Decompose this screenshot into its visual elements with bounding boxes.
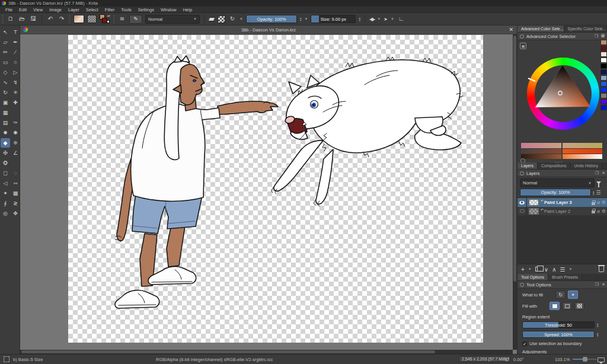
tool-crop[interactable]: ▦ xyxy=(1,108,10,117)
tool-polygon-select[interactable]: ◁ xyxy=(1,178,10,188)
zoom-percent[interactable]: 103.1% xyxy=(555,357,570,362)
move-layer-down-icon[interactable]: ∨ xyxy=(544,266,548,273)
chevron-down-icon[interactable]: ▼ xyxy=(528,267,532,271)
tool-polygon[interactable]: ◇ xyxy=(1,68,10,77)
float-docker-icon[interactable]: ❐ xyxy=(595,34,598,39)
blending-mode-dropdown[interactable]: Normal ▼ xyxy=(145,15,200,24)
layer-thumbnail[interactable] xyxy=(529,199,539,206)
canvas-vertical-scrollbar[interactable] xyxy=(513,34,517,350)
tool-similar-select[interactable]: ✦ xyxy=(1,189,10,198)
layer-name[interactable]: Paint Layer 3 xyxy=(544,200,592,205)
tool-freehand-brush[interactable]: ✏ xyxy=(1,47,10,57)
tool-reference-images[interactable]: ✪ xyxy=(1,158,10,168)
tool-gradient[interactable]: ▤ xyxy=(1,118,10,127)
layer-style-gear-icon[interactable]: ⚙ xyxy=(602,200,606,205)
color-swatch[interactable] xyxy=(600,105,607,110)
open-document-icon[interactable]: 🗁 xyxy=(18,15,26,23)
layer-visibility-toggle[interactable] xyxy=(517,207,527,216)
save-icon[interactable]: 🖫 xyxy=(29,15,37,23)
tool-bezier-select[interactable]: ∮ xyxy=(1,199,10,208)
reset-colors-swatch[interactable] xyxy=(107,20,110,23)
menu-window[interactable]: Window xyxy=(161,7,177,12)
layer-opacity-spinner[interactable]: ▴▾ xyxy=(593,190,595,195)
redo-icon[interactable]: ↷ xyxy=(57,15,66,23)
color-swatch[interactable] xyxy=(600,40,607,45)
float-docker-icon[interactable]: ❐ xyxy=(595,282,599,287)
tool-contiguous-select[interactable]: ▩ xyxy=(11,189,20,198)
layer-name[interactable]: Paint Layer 2 xyxy=(544,209,592,214)
close-icon[interactable]: ✕ xyxy=(602,171,605,175)
menu-filter[interactable]: Filter xyxy=(105,7,115,12)
color-swatch[interactable] xyxy=(600,69,607,75)
mirror-horizontal-icon[interactable]: ◀▶ xyxy=(369,17,374,22)
layer-visibility-toggle[interactable] xyxy=(517,198,527,207)
lock-icon[interactable] xyxy=(592,210,595,213)
layer-row[interactable]: ↶Paint Layer 3α⚙ xyxy=(517,198,607,207)
choose-brush-preset-icon[interactable]: ≋ xyxy=(118,15,126,23)
fit-to-screen-icon[interactable] xyxy=(598,357,605,362)
float-docker-icon[interactable]: ❐ xyxy=(595,171,599,175)
hsv-triangle[interactable] xyxy=(527,58,599,130)
toolbar-grip[interactable] xyxy=(69,15,71,23)
color-swatch[interactable] xyxy=(600,87,607,92)
shade-gradient[interactable] xyxy=(521,154,561,159)
alpha-lock-icon[interactable]: α xyxy=(597,209,600,214)
tab-advanced-color-sele[interactable]: Advanced Color Sele... xyxy=(517,25,564,32)
preserve-alpha-icon[interactable] xyxy=(218,15,225,23)
toolbar-grip[interactable] xyxy=(2,15,4,23)
canvas-horizontal-scrollbar[interactable] xyxy=(20,350,513,354)
mirror-vertical-icon[interactable]: ➤ xyxy=(384,17,388,22)
size-spinner[interactable]: ▴▾ xyxy=(359,17,360,21)
chevron-down-icon[interactable]: ▼ xyxy=(239,17,243,21)
fill-background-button[interactable] xyxy=(562,302,572,310)
color-swatch[interactable] xyxy=(600,63,607,69)
spread-slider[interactable]: Spread: 100% xyxy=(522,331,595,338)
tool-dynamic-brush[interactable]: ↻ xyxy=(1,88,10,97)
tool-move[interactable]: ✚ xyxy=(11,98,20,107)
menu-file[interactable]: File xyxy=(5,7,12,12)
tool-assistants[interactable]: ✠ xyxy=(1,148,10,158)
tool-ellipse[interactable]: ○ xyxy=(11,58,20,67)
window-titlebar[interactable]: 38b - Daecon Vs Darion.krz (57.7 MiB) - … xyxy=(0,0,607,7)
tool-line[interactable]: ∕ xyxy=(11,47,20,57)
swap-colors-icon[interactable]: ⇄ xyxy=(107,14,110,18)
menu-tools[interactable]: Tools xyxy=(121,7,132,12)
crop-canvas-icon[interactable]: ∟ xyxy=(397,15,405,23)
tool-text[interactable]: T xyxy=(11,27,20,37)
shade-gradient[interactable] xyxy=(521,149,561,154)
shade-gradient[interactable] xyxy=(521,143,561,148)
boundary-checkbox[interactable]: ✓ xyxy=(522,341,527,346)
hue-ring[interactable] xyxy=(527,58,599,130)
tool-rectangle[interactable]: ▭ xyxy=(1,58,10,67)
menu-view[interactable]: View xyxy=(33,7,43,12)
opacity-spinner[interactable]: ▴▾ xyxy=(300,17,302,21)
tool-transform[interactable]: ▣ xyxy=(1,98,10,107)
layer-row[interactable]: ↶Paint Layer 2α⚙ xyxy=(517,207,607,216)
tab-undo-history[interactable]: Undo History xyxy=(570,162,602,169)
menu-help[interactable]: Help xyxy=(183,7,192,12)
brush-preset-status[interactable]: b) Basic-5 Size xyxy=(13,357,43,362)
close-icon[interactable]: ✕ xyxy=(602,282,605,287)
tool-calligraphy[interactable]: ✒ xyxy=(11,37,20,47)
fill-contiguous-button[interactable]: ↻ xyxy=(555,290,566,299)
toolbar-grip[interactable] xyxy=(113,15,115,23)
tool-ellipse-select[interactable]: ◌ xyxy=(11,168,20,178)
canvas-document[interactable] xyxy=(68,35,483,343)
zoom-slider-thumb[interactable] xyxy=(583,357,587,362)
menu-image[interactable]: Image xyxy=(49,7,62,12)
layers-docker-header[interactable]: Layers ❐ ✕ xyxy=(517,170,607,177)
tool-transform-cursor[interactable]: ↖ xyxy=(1,27,10,37)
color-swatch[interactable] xyxy=(600,52,607,57)
color-swatch[interactable] xyxy=(600,93,607,98)
tool-pattern-edit[interactable]: ✹ xyxy=(1,128,10,138)
canvas-subwindow-titlebar[interactable]: 38b - Daecon Vs Darion.krz ✕ xyxy=(20,25,517,34)
tab-layers[interactable]: Layers xyxy=(517,162,538,169)
tool-color-sampler[interactable]: ✑ xyxy=(11,118,20,127)
opacity-slider[interactable]: Opacity: 100% xyxy=(246,15,297,23)
tool-edit-shapes[interactable]: ▱ xyxy=(1,37,10,47)
layer-properties-icon[interactable]: ☰ xyxy=(560,266,565,273)
chevron-down-icon[interactable]: ▼ xyxy=(377,17,381,21)
undo-icon[interactable]: ↶ xyxy=(46,15,55,23)
layer-style-gear-icon[interactable]: ⚙ xyxy=(602,209,606,214)
tool-magnetic-select[interactable]: ≷ xyxy=(11,199,20,208)
